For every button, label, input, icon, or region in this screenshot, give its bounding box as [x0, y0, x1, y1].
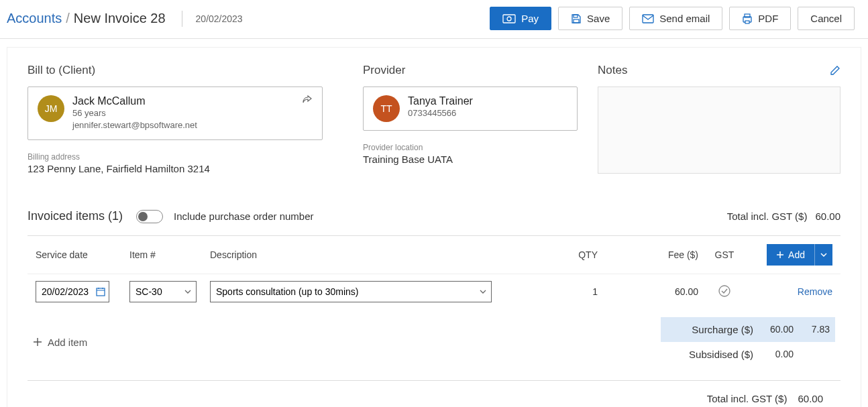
pay-button-label: Pay	[521, 13, 539, 24]
svg-rect-5	[574, 19, 579, 23]
svg-point-3	[512, 18, 514, 19]
invoice-card: Bill to (Client) JM Jack McCallum 56 yea…	[7, 47, 861, 407]
save-button-label: Save	[587, 13, 610, 24]
add-item-label: Add item	[48, 337, 87, 348]
client-avatar: JM	[38, 95, 64, 122]
send-email-label: Send email	[659, 13, 710, 24]
header-date: 20/02/2023	[182, 11, 243, 27]
breadcrumb-root-link[interactable]: Accounts	[7, 11, 62, 26]
grand-total-value: 60.00	[798, 393, 823, 404]
invoiced-items-title: Invoiced items (1)	[28, 209, 123, 223]
items-table: Service date Item # Description QTY Fee …	[28, 235, 840, 404]
purchase-order-toggle-label: Include purchase order number	[174, 211, 313, 222]
notes-textarea[interactable]	[598, 86, 840, 174]
grand-total-label: Total incl. GST ($)	[707, 393, 788, 404]
qty-cell: 1	[520, 286, 600, 297]
pdf-label: PDF	[758, 13, 778, 24]
provider-card[interactable]: TT Tanya Trainer 0733445566	[363, 86, 578, 131]
share-icon[interactable]	[302, 95, 313, 105]
send-email-button[interactable]: Send email	[629, 7, 722, 30]
plus-icon	[33, 337, 42, 347]
provider-avatar: TT	[373, 95, 400, 122]
cancel-label: Cancel	[810, 13, 842, 24]
breadcrumb-separator: /	[66, 11, 70, 26]
table-header-row: Service date Item # Description QTY Fee …	[28, 236, 840, 274]
pay-button[interactable]: Pay	[490, 7, 551, 30]
provider-location-label: Provider location	[363, 143, 598, 152]
svg-point-2	[504, 18, 506, 19]
totals-section: Surcharge ($) 60.00 7.83 Subsidised ($) …	[661, 317, 835, 367]
pdf-icon	[742, 13, 753, 24]
client-card[interactable]: JM Jack McCallum 56 years jennifer.stewa…	[28, 86, 323, 140]
add-item-link[interactable]: Add item	[33, 337, 87, 348]
th-qty: QTY	[520, 249, 600, 260]
svg-rect-9	[745, 21, 749, 23]
cancel-button[interactable]: Cancel	[798, 7, 855, 30]
purchase-order-toggle[interactable]	[136, 210, 163, 223]
table-row: 1 60.00 Remove	[28, 274, 840, 309]
client-age: 56 years	[72, 107, 294, 119]
breadcrumb-current: New Invoice 28	[74, 11, 166, 26]
client-name: Jack McCallum	[72, 95, 294, 107]
th-service-date: Service date	[33, 249, 127, 260]
pdf-button[interactable]: PDF	[729, 7, 791, 30]
calendar-icon	[96, 287, 105, 296]
surcharge-row: Surcharge ($) 60.00 7.83	[661, 317, 835, 342]
provider-name: Tanya Trainer	[408, 95, 567, 107]
email-icon	[642, 14, 654, 23]
calendar-button[interactable]	[95, 286, 107, 298]
remove-link[interactable]: Remove	[798, 286, 832, 297]
billing-address-value: 123 Penny Lane, Fairfield Hamilton 3214	[28, 163, 363, 174]
money-icon	[502, 14, 516, 23]
add-button-dropdown[interactable]	[814, 244, 832, 266]
th-description: Description	[207, 249, 520, 260]
gst-check-icon	[704, 285, 745, 297]
provider-phone: 0733445566	[408, 107, 567, 119]
chevron-down-icon	[820, 253, 827, 257]
top-total-label: Total incl. GST ($)	[727, 211, 808, 222]
subsidised-label: Subsidised ($)	[666, 349, 753, 360]
plus-icon	[776, 251, 784, 259]
toggle-knob	[138, 212, 148, 221]
description-select[interactable]	[210, 281, 492, 302]
svg-point-1	[507, 17, 511, 21]
th-fee: Fee ($)	[600, 249, 701, 260]
breadcrumb: Accounts / New Invoice 28	[7, 11, 166, 26]
th-item: Item #	[127, 249, 207, 260]
header-actions: Pay Save Send email PDF Cancel	[490, 7, 855, 30]
pencil-icon	[830, 65, 840, 76]
th-gst: GST	[701, 249, 748, 260]
subsidised-value: 0.00	[753, 349, 794, 360]
subsidised-row: Subsidised ($) 0.00	[661, 342, 835, 367]
add-button[interactable]: Add	[767, 244, 814, 266]
grand-total-row: Total incl. GST ($) 60.00	[28, 380, 840, 404]
fee-cell: 60.00	[600, 286, 701, 297]
surcharge-label: Surcharge ($)	[666, 324, 753, 335]
svg-point-11	[719, 286, 730, 296]
th-action: Add	[748, 244, 835, 266]
page-header: Accounts / New Invoice 28 20/02/2023 Pay…	[0, 0, 868, 39]
surcharge-gst: 7.83	[794, 324, 830, 335]
save-icon	[571, 13, 582, 24]
top-total-value: 60.00	[815, 211, 840, 222]
item-code-select[interactable]	[129, 281, 197, 302]
save-button[interactable]: Save	[558, 7, 622, 30]
surcharge-value: 60.00	[753, 324, 794, 335]
notes-section-label: Notes	[598, 64, 627, 77]
billing-address-label: Billing address	[28, 152, 363, 162]
svg-rect-6	[643, 15, 653, 23]
provider-location-value: Training Base UATA	[363, 154, 598, 165]
add-button-label: Add	[788, 249, 805, 260]
provider-section-label: Provider	[363, 64, 598, 77]
svg-rect-10	[97, 288, 105, 296]
client-email: jennifer.stewart@bpsoftware.net	[72, 119, 294, 131]
client-section-label: Bill to (Client)	[28, 64, 363, 77]
edit-notes-button[interactable]	[830, 65, 840, 76]
